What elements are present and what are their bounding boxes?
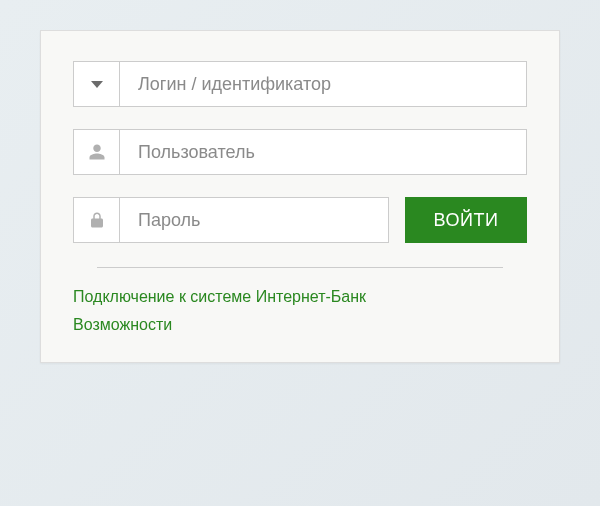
password-input[interactable] [119, 197, 389, 243]
login-button[interactable]: ВОЙТИ [405, 197, 527, 243]
login-type-dropdown[interactable] [73, 61, 119, 107]
chevron-down-icon [91, 81, 103, 88]
user-icon [73, 129, 119, 175]
lock-icon [73, 197, 119, 243]
login-panel: ВОЙТИ Подключение к системе Интернет-Бан… [40, 30, 560, 363]
login-type-input[interactable] [119, 61, 527, 107]
password-submit-row: ВОЙТИ [73, 197, 527, 243]
links-section: Подключение к системе Интернет-Банк Возм… [73, 288, 527, 334]
divider [97, 267, 503, 268]
password-group [73, 197, 389, 243]
features-link[interactable]: Возможности [73, 316, 527, 334]
connect-link[interactable]: Подключение к системе Интернет-Банк [73, 288, 527, 306]
username-row [73, 129, 527, 175]
username-input[interactable] [119, 129, 527, 175]
login-type-row [73, 61, 527, 107]
